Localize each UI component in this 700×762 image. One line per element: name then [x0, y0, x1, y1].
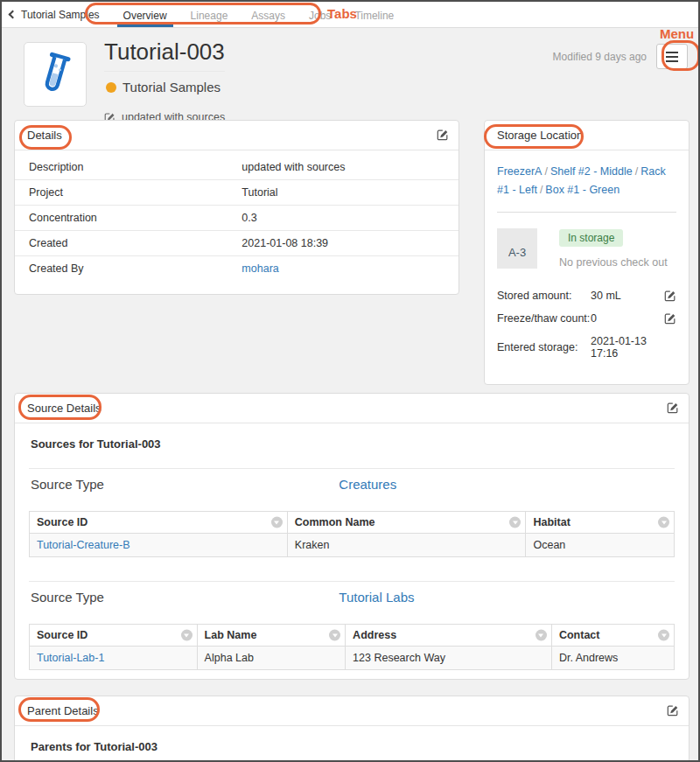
edit-icon: [437, 129, 449, 141]
parents-subtitle: Parents for Tutorial-003: [29, 740, 675, 753]
tab-overview[interactable]: Overview: [117, 2, 173, 27]
sample-type-dot-icon: [106, 82, 116, 93]
breadcrumb-box-link[interactable]: Box #1 - Green: [545, 184, 620, 196]
source-panel-title: Source Details: [27, 402, 102, 415]
top-navigation-bar: Tutorial Samples Overview Lineage Assays…: [2, 2, 698, 28]
column-menu-icon[interactable]: [658, 630, 669, 641]
source-id-link[interactable]: Tutorial-Creature-B: [37, 539, 130, 551]
column-header: Source ID: [37, 629, 88, 641]
divider: [497, 212, 676, 213]
modified-timestamp: Modified 9 days ago: [553, 51, 647, 63]
field-label: Source Type: [31, 477, 339, 492]
created-by-link[interactable]: mohara: [242, 262, 278, 275]
edit-parents-button[interactable]: [667, 704, 679, 717]
checkout-note: No previous check out: [559, 256, 668, 269]
source-type-labs-link[interactable]: Tutorial Labs: [339, 590, 414, 605]
labs-table: Source ID Lab Name Address Contact Tutor…: [29, 624, 675, 670]
tab-timeline[interactable]: Timeline: [348, 2, 400, 27]
edit-icon: [664, 312, 676, 325]
source-type-row: Source Type Creatures: [29, 468, 675, 500]
column-header: Common Name: [295, 516, 375, 528]
storage-panel-title: Storage Location: [497, 129, 583, 142]
field-label: Source Type: [31, 590, 339, 605]
parent-details-panel: Parent Details Parents for Tutorial-003: [14, 696, 690, 762]
back-link-label: Tutorial Samples: [21, 9, 100, 21]
tab-lineage[interactable]: Lineage: [185, 2, 234, 27]
details-panel: Details Description updated with sources…: [14, 120, 459, 295]
storage-field-row: Freeze/thaw count: 0: [497, 312, 676, 325]
field-label: Freeze/thaw count:: [497, 312, 591, 325]
column-menu-icon[interactable]: [181, 630, 192, 641]
edit-icon: [664, 290, 676, 302]
sample-icon-card: [24, 42, 87, 107]
sample-header: Tutorial-003 Tutorial Samples updated wi…: [104, 38, 225, 123]
column-header: Address: [353, 629, 396, 641]
parent-panel-title: Parent Details: [27, 704, 99, 717]
tab-bar: Overview Lineage Assays Jobs Timeline: [117, 2, 412, 27]
field-label: Concentration: [15, 206, 228, 231]
source-type-creatures-link[interactable]: Creatures: [339, 477, 396, 492]
breadcrumb-shelf-link[interactable]: Shelf #2 - Middle: [550, 165, 633, 178]
source-type-row: Source Type Tutorial Labs: [29, 581, 675, 613]
table-header-row: Source ID Common Name Habitat: [30, 512, 675, 534]
table-row: Tutorial-Lab-1 Alpha Lab 123 Research Wa…: [30, 647, 675, 670]
field-label: Description: [15, 155, 228, 180]
field-label: Created By: [15, 256, 228, 282]
column-header: Contact: [559, 629, 600, 641]
column-menu-icon[interactable]: [658, 517, 669, 528]
edit-freeze-thaw-button[interactable]: [664, 312, 676, 325]
field-value: 30 mL: [591, 290, 664, 302]
table-row: Project Tutorial: [15, 180, 458, 206]
column-menu-icon[interactable]: [536, 630, 547, 641]
column-header: Source ID: [37, 516, 88, 528]
storage-breadcrumb: FreezerA/Shelf #2 - Middle/Rack #1 - Lef…: [497, 163, 676, 199]
table-header-row: Source ID Lab Name Address Contact: [30, 625, 675, 647]
tab-assays[interactable]: Assays: [245, 2, 291, 27]
table-cell: Alpha Lab: [197, 647, 346, 670]
column-menu-icon[interactable]: [271, 517, 283, 528]
breadcrumb-freezer-link[interactable]: FreezerA: [497, 165, 542, 178]
app-window: Tutorial Samples Overview Lineage Assays…: [0, 0, 700, 762]
storage-field-row: Entered storage: 2021-01-13 17:16: [497, 335, 676, 360]
tab-jobs[interactable]: Jobs: [303, 2, 337, 27]
field-label: Created: [15, 231, 228, 256]
back-link[interactable]: Tutorial Samples: [2, 2, 108, 27]
edit-details-button[interactable]: [437, 129, 449, 141]
edit-icon: [667, 704, 679, 717]
creatures-table: Source ID Common Name Habitat Tutorial-C…: [29, 511, 675, 557]
field-value: updated with sources: [228, 155, 458, 180]
page-title: Tutorial-003: [104, 38, 225, 66]
annotation-label-menu: Menu: [660, 26, 694, 41]
table-cell: Kraken: [287, 534, 526, 557]
sample-type-label: Tutorial Samples: [122, 80, 220, 94]
source-details-panel: Source Details Sources for Tutorial-003 …: [14, 393, 690, 680]
sources-subtitle: Sources for Tutorial-003: [29, 437, 675, 451]
column-menu-icon[interactable]: [509, 517, 521, 528]
field-label: Stored amount:: [497, 290, 591, 302]
field-label: Entered storage:: [497, 341, 591, 353]
sample-menu-button[interactable]: [656, 44, 688, 69]
field-value: Tutorial: [228, 180, 458, 206]
column-header: Habitat: [533, 516, 570, 528]
field-value: 2021-01-08 18:39: [228, 231, 458, 256]
details-table: Description updated with sources Project…: [15, 155, 458, 281]
table-row: Description updated with sources: [15, 155, 458, 180]
table-cell: Dr. Andrews: [551, 647, 674, 670]
storage-field-row: Stored amount: 30 mL: [497, 290, 676, 302]
storage-location-panel: Storage Location FreezerA/Shelf #2 - Mid…: [484, 120, 690, 385]
field-value: 2021-01-13 17:16: [591, 335, 676, 360]
table-cell: Ocean: [526, 534, 675, 557]
edit-sources-button[interactable]: [667, 402, 679, 414]
edit-icon: [667, 402, 679, 414]
status-badge: In storage: [559, 229, 623, 247]
field-value: mohara: [228, 256, 458, 282]
field-value: 0.3: [228, 206, 458, 231]
table-row: Tutorial-Creature-B Kraken Ocean: [30, 534, 675, 557]
source-id-link[interactable]: Tutorial-Lab-1: [37, 652, 104, 664]
table-row: Created 2021-01-08 18:39: [15, 231, 458, 256]
edit-stored-amount-button[interactable]: [664, 290, 676, 302]
hamburger-icon: [666, 52, 678, 53]
column-menu-icon[interactable]: [329, 630, 340, 641]
field-label: Project: [15, 180, 228, 206]
table-row: Concentration 0.3: [15, 206, 458, 231]
